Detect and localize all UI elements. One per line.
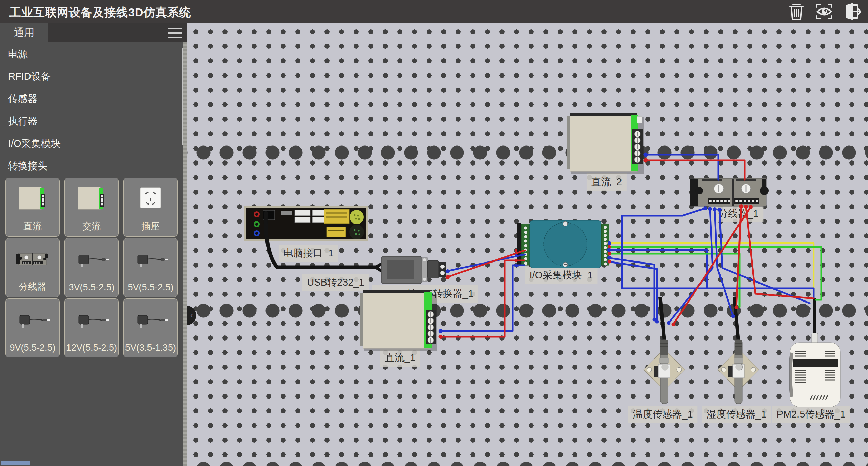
component-thumb [65, 238, 118, 282]
component-thumb [6, 238, 59, 280]
device-label-dc-psu-1: 直流_1 [380, 349, 420, 367]
bottom-left-badge [1, 461, 30, 465]
device-label-dc-psu-2: 直流_2 [587, 173, 627, 191]
component-card-label: 直流 [23, 220, 42, 232]
component-card-label: 3V(5.5-2.5) [68, 282, 114, 293]
component-card-0[interactable]: 直流 [5, 178, 60, 237]
device-label-rs232-to-485: RS232转485转换器_1 [372, 285, 478, 303]
component-card-label: 5V(3.5-1.35) [125, 343, 176, 353]
component-thumb [124, 238, 177, 282]
component-card-3[interactable]: 分线器 [5, 238, 60, 297]
app-title: 工业互联网设备及接线3D仿真系统 [9, 5, 191, 20]
menu-icon[interactable] [168, 28, 182, 38]
component-card-label: 插座 [141, 220, 160, 232]
device-label-pc-interface: 电脑接口_1 [279, 245, 338, 262]
device-label-io-module: I/O采集模块_1 [525, 267, 598, 284]
component-card-8[interactable]: 5V(3.5-1.35) [123, 298, 178, 357]
component-card-1[interactable]: 交流 [64, 178, 119, 237]
component-grid: 直流交流插座分线器3V(5.5-2.5)5V(5.5-2.5)9V(5.5-2.… [0, 176, 193, 357]
component-card-label: 分线器 [19, 280, 46, 293]
device-label-temp-sensor: 温度传感器_1 [628, 406, 697, 423]
sidebar-item-2[interactable]: 传感器 [0, 88, 183, 110]
component-card-label: 12V(5.5-2.5) [66, 343, 117, 353]
pegboard-hole-band [187, 461, 868, 466]
component-card-6[interactable]: 9V(5.5-2.5) [5, 298, 60, 357]
component-thumb [124, 299, 177, 343]
tab-general[interactable]: 通用 [0, 23, 48, 42]
component-thumb [6, 299, 59, 343]
sidebar-item-3[interactable]: 执行器 [0, 110, 183, 132]
component-card-4[interactable]: 3V(5.5-2.5) [64, 238, 119, 297]
top-bar: 工业互联网设备及接线3D仿真系统 [0, 0, 868, 23]
sidebar-item-1[interactable]: RFID设备 [0, 65, 183, 88]
sidebar-tabstrip: 通用 [0, 23, 187, 42]
sidebar-item-0[interactable]: 电源 [0, 43, 183, 65]
component-thumb [124, 178, 177, 220]
sidebar-item-4[interactable]: I/O采集模块 [0, 132, 183, 155]
pegboard-hole-band [187, 145, 868, 160]
device-label-pm25-sensor: PM2.5传感器_1 [772, 406, 850, 423]
device-label-usb-to-232: USB转232_1 [302, 274, 369, 291]
component-card-label: 交流 [82, 220, 101, 232]
category-menu: 电源RFID设备传感器执行器I/O采集模块转换接头 [0, 43, 183, 177]
component-card-label: 5V(5.5-2.5) [127, 282, 173, 293]
exit-icon[interactable] [842, 2, 862, 21]
component-card-2[interactable]: 插座 [123, 178, 178, 237]
component-thumb [65, 178, 118, 220]
component-card-label: 9V(5.5-2.5) [9, 343, 55, 353]
trash-icon[interactable] [787, 2, 806, 21]
sidebar-item-5[interactable]: 转换接头 [0, 155, 183, 177]
component-thumb [6, 178, 59, 220]
component-card-7[interactable]: 12V(5.5-2.5) [64, 298, 119, 357]
device-label-humi-sensor: 湿度传感器_1 [702, 406, 771, 423]
component-card-5[interactable]: 5V(5.5-2.5) [123, 238, 178, 297]
pegboard-edge [183, 42, 187, 466]
pegboard-hole-band [187, 303, 868, 318]
component-thumb [65, 299, 118, 343]
view-focus-icon[interactable] [814, 2, 834, 21]
component-sidebar: 通用 电源RFID设备传感器执行器I/O采集模块转换接头 直流交流插座分线器3V… [0, 23, 187, 466]
app-window: 电脑接口_1 USB转232_1 RS232转485转换器_1 I/O采集模块_… [0, 0, 868, 466]
device-label-splitter: 分线器_1 [713, 205, 763, 222]
